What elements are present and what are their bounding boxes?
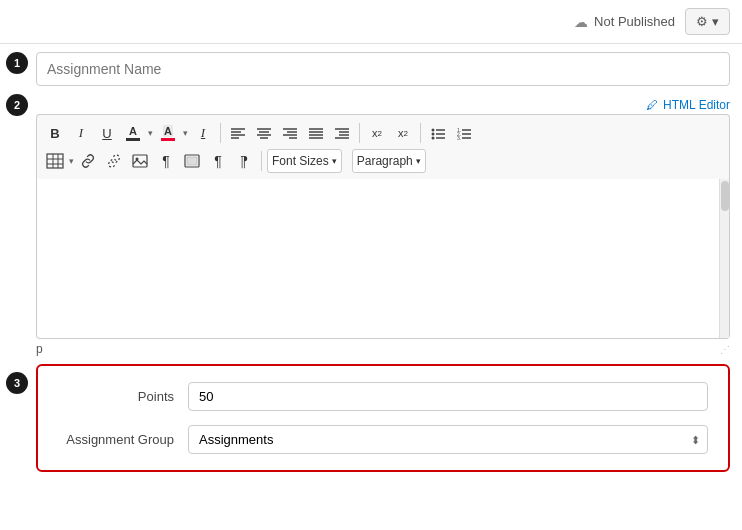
underline-button[interactable]: U bbox=[95, 121, 119, 145]
align-center-button[interactable] bbox=[252, 121, 276, 145]
settings-dropdown-arrow: ▾ bbox=[712, 14, 719, 29]
not-published-area: ☁ Not Published bbox=[574, 14, 675, 30]
numbered-list-button[interactable]: 1.2.3. bbox=[452, 121, 476, 145]
form-box: Points Assignment Group Assignments Disc… bbox=[36, 364, 730, 472]
link-button[interactable] bbox=[76, 149, 100, 173]
scrollbar-thumb bbox=[721, 181, 729, 211]
table-button[interactable] bbox=[43, 149, 67, 173]
table-arrow[interactable]: ▾ bbox=[69, 156, 74, 166]
bullet-list-button[interactable] bbox=[426, 121, 450, 145]
font-bg-button[interactable]: A bbox=[156, 121, 180, 145]
font-sizes-arrow: ▾ bbox=[332, 156, 337, 166]
points-row: Points bbox=[58, 382, 708, 411]
align-justify-button[interactable] bbox=[304, 121, 328, 145]
assignment-name-input[interactable] bbox=[36, 52, 730, 86]
html-editor-label: HTML Editor bbox=[663, 98, 730, 112]
toolbar-sep-4 bbox=[261, 151, 262, 171]
assignment-group-select[interactable]: Assignments Discussions Quizzes Extra Cr… bbox=[188, 425, 708, 454]
font-bg-arrow[interactable]: ▾ bbox=[183, 128, 188, 138]
step-badge-3: 3 bbox=[6, 372, 28, 394]
toolbar-row-1: B I U A ▾ A ▾ I bbox=[43, 119, 723, 147]
font-sizes-dropdown[interactable]: Font Sizes ▾ bbox=[267, 149, 342, 173]
bottom-section: 3 Points Assignment Group Assignments Di… bbox=[0, 358, 742, 484]
paragraph-dropdown[interactable]: Paragraph ▾ bbox=[352, 149, 426, 173]
svg-text:3.: 3. bbox=[457, 135, 461, 140]
paragraph-label: Paragraph bbox=[357, 154, 413, 168]
toolbar-sep-2 bbox=[359, 123, 360, 143]
unlink-button[interactable] bbox=[102, 149, 126, 173]
image-button[interactable] bbox=[128, 149, 152, 173]
editor-toolbar: B I U A ▾ A ▾ I bbox=[36, 114, 730, 179]
italic-button[interactable]: I bbox=[69, 121, 93, 145]
embed-button[interactable] bbox=[180, 149, 204, 173]
bold-button[interactable]: B bbox=[43, 121, 67, 145]
editor-scrollbar[interactable] bbox=[719, 179, 729, 338]
align-right-button[interactable] bbox=[278, 121, 302, 145]
toolbar-sep-1 bbox=[220, 123, 221, 143]
paragraph-mark-button[interactable]: ¶ bbox=[154, 149, 178, 173]
assignment-name-row: 1 bbox=[0, 44, 742, 94]
font-sizes-label: Font Sizes bbox=[272, 154, 329, 168]
cloud-icon: ☁ bbox=[574, 14, 588, 30]
assignment-group-row: Assignment Group Assignments Discussions… bbox=[58, 425, 708, 454]
superscript-button[interactable]: x2 bbox=[365, 121, 389, 145]
font-color-button[interactable]: A bbox=[121, 121, 145, 145]
not-published-label: Not Published bbox=[594, 14, 675, 29]
svg-point-24 bbox=[432, 136, 435, 139]
rtl-button[interactable]: ¶ bbox=[232, 149, 256, 173]
status-row: p ⋰ bbox=[0, 339, 742, 358]
settings-button[interactable]: ⚙ ▾ bbox=[685, 8, 730, 35]
subscript-button[interactable]: x2 bbox=[391, 121, 415, 145]
italic2-button[interactable]: I bbox=[191, 121, 215, 145]
step-badge-2: 2 bbox=[6, 94, 28, 116]
paragraph-arrow: ▾ bbox=[416, 156, 421, 166]
points-input[interactable] bbox=[188, 382, 708, 411]
toolbar-row-2: ▾ ¶ ¶ ¶ Font Sizes ▾ bbox=[43, 147, 723, 175]
editor-body bbox=[36, 179, 730, 339]
svg-rect-37 bbox=[133, 155, 147, 167]
html-editor-icon: 🖊 bbox=[646, 98, 658, 112]
resize-handle-icon: ⋰ bbox=[720, 344, 730, 355]
points-label: Points bbox=[58, 389, 188, 404]
svg-rect-40 bbox=[187, 157, 197, 165]
svg-point-22 bbox=[432, 132, 435, 135]
p-indicator: p bbox=[36, 342, 43, 356]
svg-rect-32 bbox=[47, 154, 63, 168]
top-bar: ☁ Not Published ⚙ ▾ bbox=[0, 0, 742, 44]
editor-section: 2 🖊 HTML Editor B I U A ▾ A bbox=[0, 94, 742, 339]
assignment-group-select-wrapper: Assignments Discussions Quizzes Extra Cr… bbox=[188, 425, 708, 454]
editor-content[interactable] bbox=[37, 179, 729, 334]
font-color-arrow[interactable]: ▾ bbox=[148, 128, 153, 138]
step-badge-1: 1 bbox=[6, 52, 28, 74]
ltr-button[interactable]: ¶ bbox=[206, 149, 230, 173]
indent-button[interactable] bbox=[330, 121, 354, 145]
svg-point-20 bbox=[432, 128, 435, 131]
gear-icon: ⚙ bbox=[696, 14, 708, 29]
align-left-button[interactable] bbox=[226, 121, 250, 145]
assignment-group-label: Assignment Group bbox=[58, 432, 188, 447]
page-wrapper: ☁ Not Published ⚙ ▾ 1 2 🖊 HTML Editor B … bbox=[0, 0, 742, 530]
toolbar-sep-3 bbox=[420, 123, 421, 143]
html-editor-link[interactable]: 🖊 HTML Editor bbox=[36, 94, 730, 114]
